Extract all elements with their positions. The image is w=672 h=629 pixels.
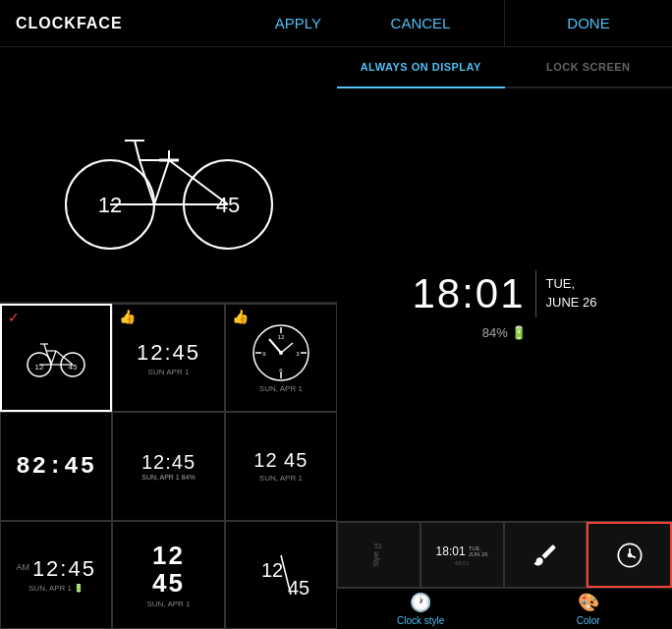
svg-line-4 (154, 160, 169, 204)
color-icon: 🎨 (578, 592, 599, 613)
thumb-2-sub: 48:01 (455, 560, 470, 566)
slash-clock-icon: 12 45 (247, 547, 315, 601)
thumb-2-time: 18:01 (436, 544, 466, 558)
grid-item-5[interactable]: 12:45 SUN, APR 1 84% (112, 412, 224, 520)
svg-text:9: 9 (262, 351, 266, 357)
svg-text:12: 12 (35, 363, 44, 372)
right-header: CANCEL DONE (337, 0, 672, 47)
left-panel: CLOCKFACE APPLY 12 45 (0, 0, 337, 629)
time-divider (535, 270, 536, 317)
tab-always-on-display[interactable]: ALWAYS ON DISPLAY (337, 47, 505, 88)
clock-info-5: SUN, APR 1 84% (141, 474, 195, 481)
clock-min-8: 45 (152, 569, 185, 598)
svg-text:45: 45 (69, 363, 78, 372)
thumb-2[interactable]: 18:01 TUE, JUN 26 48:01 (420, 522, 504, 588)
thumb-3[interactable] (504, 522, 588, 588)
grid-item-8[interactable]: 12 45 SUN, APR 1 (112, 521, 224, 629)
svg-text:Style: Style (372, 551, 380, 567)
left-header: CLOCKFACE APPLY (0, 0, 337, 47)
thumb-2-date: JUN 26 (469, 551, 488, 557)
svg-text:45: 45 (288, 577, 309, 599)
clock-time-4: 82:45 (16, 453, 96, 480)
grid-item-4[interactable]: 82:45 (0, 412, 112, 520)
cancel-button[interactable]: CANCEL (337, 0, 505, 46)
nav-color-label: Color (577, 615, 600, 626)
clock-time-6: 12 45 (253, 449, 308, 472)
thumb-1[interactable]: 51 Style (337, 522, 420, 588)
phone-battery: 84% 🔋 (482, 325, 528, 340)
app-title: CLOCKFACE (16, 15, 123, 32)
liked-icon-2: 👍 (119, 309, 136, 324)
phone-day: TUE, (546, 275, 597, 293)
svg-text:6: 6 (279, 368, 283, 373)
grid-item-7[interactable]: AM 12:45 SUN, APR 1 🔋 (0, 521, 112, 629)
right-panel: CANCEL DONE ALWAYS ON DISPLAY LOCK SCREE… (337, 0, 672, 629)
svg-line-9 (169, 160, 228, 204)
svg-line-18 (51, 351, 56, 365)
clock-style-icon: 🕐 (410, 592, 431, 613)
analog-clock-icon: 12 3 6 9 (252, 323, 310, 382)
clock-date-3: SUN, APR 1 (259, 384, 303, 393)
clock-ampm-7: AM (16, 562, 29, 572)
brush-icon (532, 542, 559, 569)
svg-line-24 (44, 344, 46, 351)
grid-item-3[interactable]: 👍 12 3 6 9 SUN, APR 1 (225, 304, 337, 412)
svg-line-20 (46, 351, 51, 365)
svg-line-31 (269, 339, 281, 353)
nav-clock-style-label: Clock style (397, 615, 444, 626)
svg-text:51: 51 (374, 543, 382, 549)
grid-item-1[interactable]: ✓ 12 45 (0, 304, 112, 412)
tab-lock-screen[interactable]: LOCK SCREEN (505, 47, 673, 86)
clock-grid: ✓ 12 45 👍 12:45 SUN APR 1 (0, 303, 337, 629)
selected-check: ✓ (8, 310, 20, 325)
clock-date-6: SUN, APR 1 (259, 474, 303, 483)
thumb-1-icon: 51 Style (364, 534, 393, 577)
svg-line-10 (135, 141, 140, 160)
grid-item-6[interactable]: 12 45 SUN, APR 1 (225, 412, 337, 520)
phone-time-value: 18:01 (412, 270, 525, 317)
right-tabs: ALWAYS ON DISPLAY LOCK SCREEN (337, 47, 672, 88)
bike-clock-preview: 12 45 (41, 86, 297, 263)
liked-icon-3: 👍 (232, 309, 249, 324)
clock-date-7: SUN, APR 1 🔋 (28, 584, 84, 593)
svg-text:3: 3 (296, 351, 300, 357)
svg-line-32 (281, 343, 293, 353)
clock-time-2: 12:45 (137, 340, 200, 366)
phone-date: JUNE 26 (546, 294, 597, 312)
bike-small-icon: 12 45 (22, 333, 90, 382)
nav-clock-style[interactable]: 🕐 Clock style (337, 589, 505, 629)
clock-time-5: 12:45 (141, 451, 196, 474)
clock-hour-8: 12 (152, 542, 185, 570)
done-button[interactable]: DONE (505, 0, 672, 46)
nav-color[interactable]: 🎨 Color (505, 589, 673, 629)
thumb-4[interactable] (587, 522, 672, 588)
phone-date-block: TUE, JUNE 26 (546, 275, 597, 311)
svg-text:12: 12 (277, 334, 284, 340)
clock-date-2: SUN APR 1 (148, 368, 190, 376)
preview-area: 12 45 (0, 47, 337, 303)
clock-date-8: SUN, APR 1 (146, 600, 190, 608)
apply-button[interactable]: APPLY (275, 15, 321, 31)
thumbnail-row: 51 Style 18:01 TUE, JUN 26 48:01 (337, 521, 672, 588)
svg-line-6 (140, 160, 154, 204)
clock-time-7: 12:45 (32, 556, 96, 582)
svg-point-33 (279, 351, 283, 355)
bottom-strip: 51 Style 18:01 TUE, JUN 26 48:01 (337, 521, 672, 629)
bottom-nav: 🕐 Clock style 🎨 Color (337, 588, 672, 629)
clock-circle-icon (616, 542, 644, 569)
grid-item-9[interactable]: 12 45 (225, 521, 337, 629)
svg-text:12: 12 (261, 559, 283, 581)
phone-time-display: 18:01 TUE, JUNE 26 (412, 270, 596, 317)
phone-screen: 18:01 TUE, JUNE 26 84% 🔋 (337, 88, 672, 521)
grid-item-2[interactable]: 👍 12:45 SUN APR 1 (112, 304, 224, 412)
